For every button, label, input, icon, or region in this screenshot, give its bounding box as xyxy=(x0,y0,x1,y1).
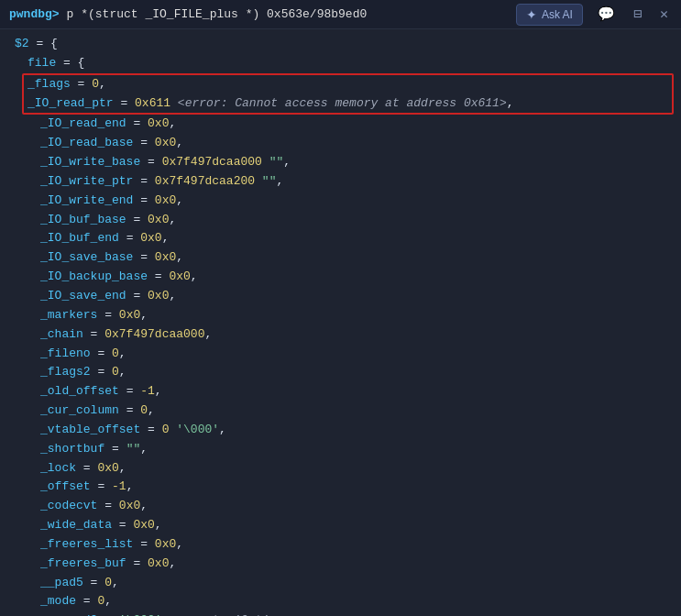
flags2-line: _flags2 = 0, xyxy=(15,363,681,382)
markers-line: _markers = 0x0, xyxy=(15,306,681,325)
io-write-ptr-line: _IO_write_ptr = 0x7f497dcaa200 "", xyxy=(15,172,681,192)
mode-line: _mode = 0, xyxy=(15,592,681,611)
flags-val: 0 xyxy=(92,76,99,94)
codecvt-line: _codecvt = 0x0, xyxy=(15,497,681,516)
prompt-label: pwndbg> xyxy=(9,7,60,21)
io-save-base-line: _IO_save_base = 0x0, xyxy=(15,248,681,268)
io-backup-base-line: _IO_backup_base = 0x0, xyxy=(15,268,681,287)
flags-line: _flags = 0 , xyxy=(27,75,668,94)
comment-icon[interactable]: 💬 xyxy=(594,4,619,25)
shortbuf-line: _shortbuf = "", xyxy=(15,440,681,459)
freeres-buf-line: _freeres_buf = 0x0, xyxy=(15,555,681,574)
highlighted-block: _flags = 0 , _IO_read_ptr = 0x611 <error… xyxy=(22,73,674,116)
ask-ai-button[interactable]: ✦ Ask AI xyxy=(516,4,583,26)
fileno-line: _fileno = 0, xyxy=(15,345,681,364)
offset-line: _offset = -1, xyxy=(15,478,681,497)
io-read-base-line: _IO_read_base = 0x0, xyxy=(15,134,681,153)
flags-field: _flags xyxy=(27,76,71,94)
io-read-ptr-comma: , xyxy=(507,95,514,113)
old-offset-line: _old_offset = -1, xyxy=(15,382,681,402)
top-bar-right: ✦ Ask AI 💬 ⊟ ✕ xyxy=(516,4,672,26)
io-buf-base-line: _IO_buf_base = 0x0, xyxy=(15,211,681,230)
result-var-line: $2 = { xyxy=(15,35,681,54)
io-save-end-line: _IO_save_end = 0x0, xyxy=(15,287,681,306)
split-icon[interactable]: ⊟ xyxy=(630,4,645,25)
ask-ai-label: Ask AI xyxy=(542,8,573,21)
pad5-line: __pad5 = 0, xyxy=(15,574,681,593)
io-read-ptr-val: 0x611 xyxy=(135,95,170,113)
vtable-offset-line: _vtable_offset = 0 '\000', xyxy=(15,421,681,440)
wide-data-line: _wide_data = 0x0, xyxy=(15,516,681,535)
unused2-line: _unused2 = '\000' <repeats 19 times> xyxy=(15,611,681,616)
io-read-end-line: _IO_read_end = 0x0, xyxy=(15,115,681,134)
file-open-line: file = { xyxy=(15,54,681,73)
io-read-ptr-error: <error: Cannot access memory at address … xyxy=(170,95,507,113)
file-eq: = { xyxy=(56,55,84,72)
assign-op: = { xyxy=(29,36,58,53)
file-label: file xyxy=(27,55,56,72)
cur-column-line: _cur_column = 0, xyxy=(15,402,681,421)
top-bar: pwndbg> p *(struct _IO_FILE_plus *) 0x56… xyxy=(0,0,681,29)
io-read-ptr-field: _IO_read_ptr xyxy=(27,95,114,113)
lock-line: _lock = 0x0, xyxy=(15,459,681,478)
chain-line: _chain = 0x7f497dcaa000, xyxy=(15,325,681,345)
io-read-ptr-eq: = xyxy=(114,95,135,113)
code-area: $2 = { file = { _flags = 0 , _IO_read_pt… xyxy=(0,29,681,616)
io-write-end-line: _IO_write_end = 0x0, xyxy=(15,192,681,211)
io-buf-end-line: _IO_buf_end = 0x0, xyxy=(15,229,681,248)
close-icon[interactable]: ✕ xyxy=(656,4,672,25)
freeres-list-line: _freeres_list = 0x0, xyxy=(15,535,681,555)
io-read-ptr-line: _IO_read_ptr = 0x611 <error: Cannot acce… xyxy=(27,94,668,114)
flags-comma: , xyxy=(99,76,106,94)
top-bar-left: pwndbg> p *(struct _IO_FILE_plus *) 0x56… xyxy=(9,7,367,21)
flags-eq: = xyxy=(71,76,92,94)
command-text: p *(struct _IO_FILE_plus *) 0x563e/98b9e… xyxy=(67,7,368,21)
io-write-base-line: _IO_write_base = 0x7f497dcaa000 "", xyxy=(15,153,681,172)
sparkle-icon: ✦ xyxy=(526,7,537,22)
var-name: $2 xyxy=(15,36,29,53)
